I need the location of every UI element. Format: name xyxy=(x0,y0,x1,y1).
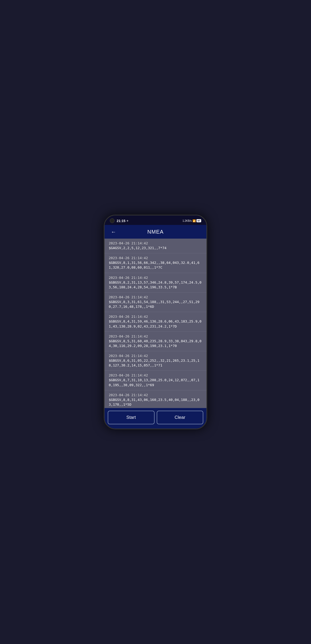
bottom-bar: Start Clear xyxy=(105,408,206,429)
back-button[interactable]: ← xyxy=(109,228,118,236)
nmea-timestamp: 2023-04-26 21:14:42 xyxy=(109,256,202,260)
start-button[interactable]: Start xyxy=(108,411,155,424)
nmea-data: $GBGSV,8,8,31,43,06,160,23.5,40,04,188,,… xyxy=(109,398,202,407)
signal-icons: 📶 xyxy=(192,219,196,222)
nmea-data: $GBGSV,8,4,31,59,46,136,28.6,06,43,183,2… xyxy=(109,319,202,329)
list-item: 2023-04-26 21:14:42$GBGSV,8,6,31,05,22,2… xyxy=(105,351,206,371)
list-item: 2023-04-26 21:14:42$GBGSV,8,4,31,59,46,1… xyxy=(105,312,206,331)
nmea-timestamp: 2023-04-26 21:14:42 xyxy=(109,334,202,338)
nmea-timestamp: 2023-04-26 21:14:42 xyxy=(109,241,202,245)
nmea-data: $GAGSV,2,2,5,12,23,321,,7*74 xyxy=(109,246,202,250)
nmea-data: $GBGSV,8,6,31,05,22,252,,32,21,265,23.1,… xyxy=(109,358,202,368)
status-time: 21:15 xyxy=(117,219,125,223)
nmea-timestamp: 2023-04-26 21:14:42 xyxy=(109,295,202,299)
list-item: 2023-04-26 21:14:42$GBGSV,8,2,31,13,57,3… xyxy=(105,273,206,293)
nmea-timestamp: 2023-04-26 21:14:42 xyxy=(109,315,202,319)
nmea-timestamp: 2023-04-26 21:14:42 xyxy=(109,373,202,377)
status-bar: 21:15 ✈ 1.2KB/s 📶 97 xyxy=(105,215,206,225)
app-header: ← NMEA xyxy=(105,225,206,239)
nmea-timestamp: 2023-04-26 21:14:42 xyxy=(109,354,202,358)
page-title: NMEA xyxy=(147,229,164,235)
list-item: 2023-04-26 21:14:42$GBGSV,8,1,31,56,66,3… xyxy=(105,253,206,273)
status-right: 1.2KB/s 📶 97 xyxy=(182,219,201,222)
nmea-data: $GBGSV,8,1,31,56,66,342,,38,64,043,32.0,… xyxy=(109,260,202,270)
list-item: 2023-04-26 21:14:42$GAGSV,2,2,5,12,23,32… xyxy=(105,239,206,253)
status-left: 21:15 ✈ xyxy=(110,218,129,223)
camera-dot xyxy=(110,218,115,223)
list-item: 2023-04-26 21:14:42$GBGSV,8,5,31,60,40,2… xyxy=(105,332,206,351)
list-item: 2023-04-26 21:14:42$GBGSV,8,3,31,61,54,1… xyxy=(105,293,206,312)
nmea-timestamp: 2023-04-26 21:14:42 xyxy=(109,393,202,397)
nmea-timestamp: 2023-04-26 21:14:42 xyxy=(109,276,202,280)
list-item: 2023-04-26 21:14:42$GBGSV,8,8,31,43,06,1… xyxy=(105,390,206,408)
nmea-data: $GBGSV,8,3,31,61,54,188,,31,53,244,,27,5… xyxy=(109,300,202,309)
clear-button[interactable]: Clear xyxy=(157,411,204,424)
location-icon: ✈ xyxy=(126,219,129,222)
phone-frame: 21:15 ✈ 1.2KB/s 📶 97 ← NMEA 2023-04-26 2… xyxy=(104,215,207,429)
nmea-data: $GBGSV,8,5,31,60,40,235,28.9,33,38,043,2… xyxy=(109,339,202,348)
nmea-data: $GBGSV,8,2,31,13,57,346,24.8,39,57,174,2… xyxy=(109,280,202,290)
network-speed: 1.2KB/s xyxy=(182,219,192,222)
nmea-data: $GBGSV,8,7,31,10,13,208,25.0,24,12,072,,… xyxy=(109,378,202,387)
list-item: 2023-04-26 21:14:42$GBGSV,8,7,31,10,13,2… xyxy=(105,371,206,390)
battery-indicator: 97 xyxy=(196,219,201,222)
nmea-list: 2023-04-26 21:14:42$GAGSV,2,2,5,12,23,32… xyxy=(105,239,206,408)
